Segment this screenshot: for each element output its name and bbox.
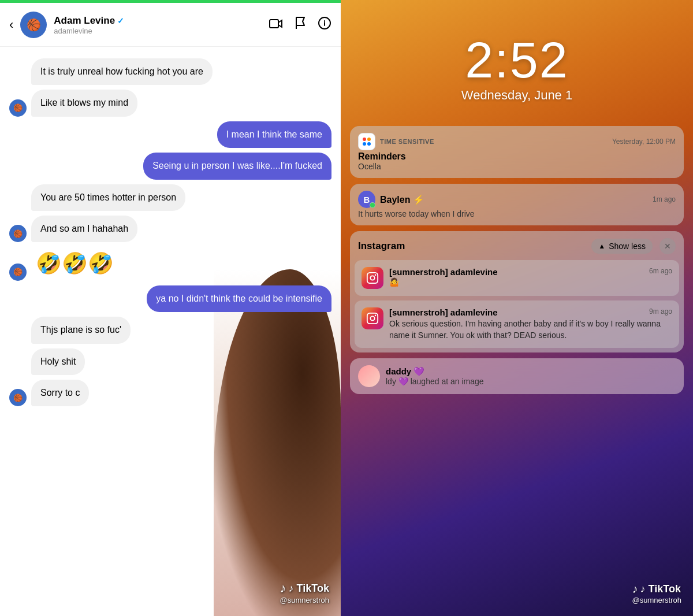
- time-sensitive-label: TIME SENSITIVE: [380, 138, 434, 145]
- tiktok-watermark-right: ♪♪ TikTok @sumnerstroh: [632, 582, 681, 604]
- tiktok-logo-right: ♪♪ TikTok: [632, 582, 681, 596]
- dm-body: 🏀 It is truly unreal how fucking hot you…: [0, 47, 341, 616]
- close-instagram-group-button[interactable]: ✕: [660, 238, 676, 254]
- left-panel: ‹ 🏀 Adam Levine ✓ adamlevine: [0, 0, 341, 616]
- flag-icon[interactable]: [295, 16, 306, 34]
- avatar: 🏀: [9, 264, 27, 281]
- emoji-bubble: 🤣🤣🤣: [31, 247, 118, 280]
- ig-notification-2[interactable]: [sumnerstroh] adamlevine 9m ago Ok serio…: [355, 300, 679, 348]
- instagram-header: Instagram ▲ Show less ✕: [350, 231, 684, 260]
- instagram-label: Instagram: [358, 240, 405, 252]
- ig-time-1: 6m ago: [649, 267, 672, 277]
- daddy-message: ldy 💜 laughed at an image: [386, 377, 484, 386]
- notif-header-row: TIME SENSITIVE Yesterday, 12:00 PM: [358, 133, 676, 150]
- dm-header: ‹ 🏀 Adam Levine ✓ adamlevine: [0, 0, 341, 47]
- reminders-time: Yesterday, 12:00 PM: [612, 138, 676, 146]
- ig-emoji-1: 🤷: [389, 277, 399, 287]
- header-info: Adam Levine ✓ adamlevine: [54, 15, 262, 35]
- ig-sender-2: [sumnerstroh] adamlevine: [389, 307, 498, 317]
- message-bubble: Like it blows my mind: [31, 90, 137, 116]
- message-bubble: It is truly unreal how fucking hot you a…: [31, 58, 213, 85]
- tiktok-watermark-left: ♪♪ TikTok @sumnerstroh: [280, 581, 329, 604]
- tiktok-logo: ♪♪ TikTok: [280, 581, 329, 596]
- svg-point-4: [375, 274, 377, 276]
- daddy-title: daddy 💜: [386, 366, 484, 377]
- baylen-time: 1m ago: [653, 195, 676, 203]
- table-row: 🏀 Holy shit: [9, 348, 331, 375]
- tiktok-username: @sumnerstroh: [280, 596, 329, 604]
- table-row: ya no I didn't think the could be intens…: [9, 285, 331, 312]
- svg-point-6: [370, 316, 374, 320]
- green-bar: [0, 0, 341, 3]
- table-row: 🏀 And so am I hahahah: [9, 216, 331, 242]
- show-less-button[interactable]: ▲ Show less: [591, 239, 653, 254]
- online-indicator: [370, 202, 375, 208]
- table-row: 🏀 Like it blows my mind: [9, 90, 331, 116]
- table-row: 🏀 It is truly unreal how fucking hot you…: [9, 58, 331, 85]
- message-bubble: ya no I didn't think the could be intens…: [147, 285, 331, 312]
- baylen-name: Baylen ⚡: [380, 194, 424, 205]
- svg-point-3: [370, 276, 374, 280]
- message-bubble: Sorry to c: [31, 380, 89, 406]
- reminders-message: Ocella: [358, 162, 676, 171]
- contact-username: adamlevine: [54, 27, 262, 35]
- message-bubble: Seeing u in person I was like....I'm fuc…: [143, 153, 331, 179]
- avatar: 🏀: [20, 12, 47, 38]
- right-panel: 2:52 Wednesday, June 1 TIME SENSITIVE: [341, 0, 693, 616]
- ig-notif-content: [sumnerstroh] adamlevine 6m ago 🤷: [362, 267, 672, 289]
- baylen-header-row: B Baylen ⚡ 1m ago: [358, 191, 676, 208]
- reminders-title: Reminders: [358, 151, 676, 162]
- ig-text-2: [sumnerstroh] adamlevine 9m ago Ok serio…: [389, 307, 672, 341]
- svg-rect-2: [367, 273, 378, 283]
- daddy-text: daddy 💜 ldy 💜 laughed at an image: [386, 366, 484, 386]
- table-row: 🏀 Thjs plane is so fuc': [9, 317, 331, 343]
- avatar: 🏀: [9, 99, 27, 117]
- tiktok-username-right: @sumnerstroh: [632, 596, 681, 604]
- daddy-avatar: [358, 365, 380, 387]
- ig-time-2: 9m ago: [649, 307, 672, 317]
- back-button[interactable]: ‹: [9, 17, 13, 32]
- baylen-message: It hurts worse today when I drive: [358, 209, 676, 218]
- ig-notif-content-2: [sumnerstroh] adamlevine 9m ago Ok serio…: [362, 307, 672, 341]
- lock-time: 2:52: [465, 35, 568, 86]
- baylen-notification[interactable]: B Baylen ⚡ 1m ago It hurts worse today w…: [350, 184, 684, 225]
- message-bubble: Holy shit: [31, 348, 85, 375]
- message-bubble: I mean I think the same: [217, 121, 331, 148]
- table-row: 🏀 Sorry to c: [9, 380, 331, 406]
- lock-date: Wednesday, June 1: [461, 88, 572, 103]
- show-less-text: Show less: [609, 242, 646, 251]
- instagram-icon-2: [362, 307, 383, 329]
- reminders-dots: [360, 135, 373, 148]
- svg-point-7: [375, 315, 377, 317]
- table-row: I mean I think the same: [9, 121, 331, 148]
- notifications-area: TIME SENSITIVE Yesterday, 12:00 PM Remin…: [341, 114, 693, 394]
- baylen-avatar: B: [358, 191, 375, 208]
- instagram-group: Instagram ▲ Show less ✕: [350, 231, 684, 352]
- contact-name: Adam Levine ✓: [54, 15, 262, 27]
- lockscreen-content: 2:52 Wednesday, June 1 TIME SENSITIVE: [341, 0, 693, 394]
- svg-rect-5: [367, 313, 378, 324]
- ig-notification-1[interactable]: [sumnerstroh] adamlevine 6m ago 🤷: [355, 260, 679, 296]
- verified-badge: ✓: [117, 16, 124, 25]
- message-bubble: Thjs plane is so fuc': [31, 317, 131, 343]
- message-bubble: You are 50 times hotter in person: [31, 184, 185, 211]
- ig-message-2: Ok serious question. I'm having another …: [389, 318, 672, 341]
- messages-container: 🏀 It is truly unreal how fucking hot you…: [9, 58, 331, 406]
- message-bubble: And so am I hahahah: [31, 216, 137, 242]
- table-row: Seeing u in person I was like....I'm fuc…: [9, 153, 331, 179]
- reminders-notification[interactable]: TIME SENSITIVE Yesterday, 12:00 PM Remin…: [350, 126, 684, 178]
- table-row: 🏀 🤣🤣🤣: [9, 247, 331, 280]
- baylen-app-row: B Baylen ⚡: [358, 191, 424, 208]
- video-icon[interactable]: [269, 17, 283, 32]
- svg-rect-0: [270, 20, 278, 28]
- reminders-icon: [358, 133, 375, 150]
- avatar: 🏀: [9, 389, 27, 406]
- instagram-icon: [362, 267, 383, 289]
- avatar: 🏀: [9, 225, 27, 242]
- table-row: 🏀 You are 50 times hotter in person: [9, 184, 331, 211]
- daddy-notification[interactable]: daddy 💜 ldy 💜 laughed at an image: [350, 358, 684, 394]
- info-icon[interactable]: [318, 16, 331, 34]
- ig-text-1: [sumnerstroh] adamlevine 6m ago 🤷: [389, 267, 672, 287]
- notif-app-row: TIME SENSITIVE: [358, 133, 434, 150]
- ig-sender-1: [sumnerstroh] adamlevine: [389, 267, 498, 277]
